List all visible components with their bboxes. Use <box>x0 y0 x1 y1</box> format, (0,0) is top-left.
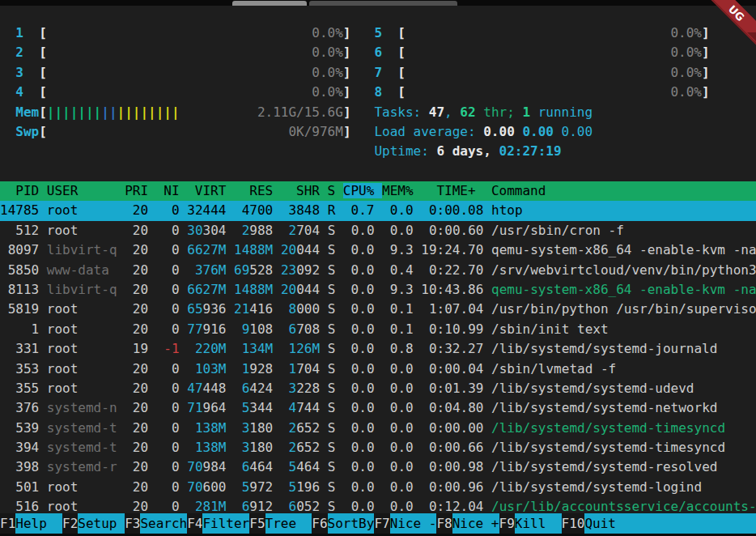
column-header-virt[interactable]: VIRT <box>187 183 234 198</box>
text-run: 62 <box>460 104 475 120</box>
text-run: Mem <box>15 104 39 120</box>
text-run: 0 <box>156 381 180 396</box>
text-run <box>414 440 422 455</box>
process-row-398[interactable]: 398 systemd-r 20 0 70984 6464 5464 S 0.0… <box>0 457 756 477</box>
column-header-shr[interactable]: SHR <box>281 183 328 198</box>
text-run: 4 <box>15 84 39 100</box>
process-row-394[interactable]: 394 systemd-t 20 0 138M 3180 2652 S 0.0 … <box>0 438 756 457</box>
text-run <box>414 321 422 337</box>
fnkey-f8-nice-[interactable]: F8Nice + <box>436 513 499 534</box>
text-run <box>148 262 156 278</box>
fnkey-f1-help[interactable]: F1Help <box>0 513 62 534</box>
fnkey-key-label: F8 <box>436 513 452 534</box>
text-run <box>117 262 125 278</box>
fnkey-f4-filter[interactable]: F4Filter <box>187 513 249 534</box>
text-run: 0.0 <box>343 499 375 514</box>
text-run: 5819 <box>0 301 39 317</box>
text-run <box>148 420 156 436</box>
fnkey-f3-search[interactable]: F3Search <box>125 513 187 534</box>
process-row-1[interactable]: 1 root 20 0 77916 9108 6708 S 0.0 0.1 0:… <box>0 320 756 339</box>
text-run: 6 <box>242 499 250 514</box>
text-run <box>148 202 156 218</box>
process-row-539[interactable]: 539 systemd-t 20 0 138M 3180 2652 S 0.0 … <box>0 419 756 438</box>
tab-remnant-inactive[interactable] <box>309 1 457 6</box>
column-header-time[interactable]: TIME+ <box>421 183 483 198</box>
text-run: 936 <box>203 301 227 317</box>
text-run <box>335 440 343 455</box>
function-key-bar: F1Help F2Setup F3SearchF4FilterF5Tree F6… <box>0 513 756 534</box>
column-header-pid[interactable]: PID <box>0 183 47 198</box>
process-row-8097[interactable]: 8097 libvirt-q 20 0 6627M 1488M 20044 S … <box>0 240 756 260</box>
process-row-501[interactable]: 501 root 20 0 70600 5972 5196 S 0.0 0.0 … <box>0 478 756 497</box>
text-run <box>375 499 383 514</box>
text-run: 0.0 <box>382 400 414 415</box>
text-run: 3 <box>242 420 250 436</box>
fnkey-f7-nice-[interactable]: F7Nice - <box>374 513 436 534</box>
text-run <box>180 262 188 278</box>
text-run <box>187 499 195 514</box>
text-run: 353 <box>0 361 39 376</box>
process-row-8113[interactable]: 8113 libvirt-q 20 0 6627M 1488M 20044 S … <box>0 280 756 300</box>
text-run <box>375 321 383 337</box>
process-row-5850[interactable]: 5850 www-data 20 0 376M 69528 23092 S 0.… <box>0 261 756 280</box>
text-run: 32444 <box>187 202 226 218</box>
process-row-5819[interactable]: 5819 root 20 0 65936 21416 8000 S 0.0 0.… <box>0 300 756 319</box>
text-run <box>406 84 671 100</box>
tab-remnant-active[interactable] <box>232 1 307 6</box>
column-header-user[interactable]: USER <box>47 183 125 198</box>
text-run: 0.0 <box>382 202 414 218</box>
text-run: 0.0% <box>670 25 702 40</box>
text-run <box>273 202 281 218</box>
column-header-ni[interactable]: NI <box>156 183 188 198</box>
text-run: 5 <box>289 479 297 495</box>
text-run <box>335 341 343 356</box>
text-run <box>117 282 125 297</box>
text-run: qemu-system-x86_64 -enable-kvm -na <box>491 242 756 257</box>
text-run: S <box>328 420 336 436</box>
text-run: 0.0 <box>382 499 414 514</box>
column-header-mem[interactable]: MEM% <box>382 183 421 198</box>
text-run: [ <box>397 25 406 40</box>
text-run: 0.0 <box>343 400 375 415</box>
fnkey-f5-tree[interactable]: F5Tree <box>249 513 312 534</box>
text-run: R <box>328 202 336 218</box>
process-row-512[interactable]: 512 root 20 0 30304 2988 2704 S 0.0 0.0 … <box>0 221 756 240</box>
text-run <box>320 223 328 238</box>
text-run <box>414 361 422 376</box>
text-run: || <box>101 104 117 120</box>
fnkey-f10-quit[interactable]: F10Quit <box>562 513 756 534</box>
text-run <box>281 420 289 436</box>
fnkey-f9-kill[interactable]: F9Kill <box>499 513 562 534</box>
text-run <box>180 321 188 337</box>
text-run <box>117 400 125 415</box>
text-run <box>39 301 47 317</box>
column-header-command[interactable]: Command <box>483 183 546 198</box>
text-run <box>39 262 47 278</box>
column-header-state[interactable]: S <box>328 183 343 198</box>
text-run <box>273 459 281 474</box>
process-row-376[interactable]: 376 systemd-n 20 0 71964 5344 4744 S 0.0… <box>0 398 756 418</box>
text-run: 6 <box>289 321 297 337</box>
column-header-res[interactable]: RES <box>234 183 281 198</box>
process-row-331[interactable]: 331 root 19 -1 220M 134M 126M S 0.0 0.8 … <box>0 339 756 359</box>
text-run: S <box>328 499 336 514</box>
text-run: /usr/sbin/cron -f <box>491 223 624 238</box>
text-run: 0.1 <box>382 301 414 317</box>
process-row-355[interactable]: 355 root 20 0 47448 6424 3228 S 0.0 0.0 … <box>0 379 756 398</box>
text-run <box>39 282 47 297</box>
column-header-cpu[interactable]: CPU% <box>343 183 382 198</box>
text-run: [ <box>39 25 47 40</box>
fnkey-f2-setup[interactable]: F2Setup <box>62 513 125 534</box>
text-run <box>273 381 281 396</box>
text-run: 0 <box>156 282 180 297</box>
column-header-pri[interactable]: PRI <box>125 183 156 198</box>
text-run: 6627M <box>187 242 226 257</box>
text-run <box>234 202 242 218</box>
text-run: 10:43.86 <box>421 282 483 297</box>
process-row-353[interactable]: 353 root 20 0 103M 1928 1704 S 0.0 0.0 0… <box>0 359 756 379</box>
text-run: ||||||| <box>47 104 101 120</box>
text-run <box>180 499 188 514</box>
fnkey-f6-sortby[interactable]: F6SortBy <box>312 513 374 534</box>
process-row-14785[interactable]: 14785 root 20 0 32444 4700 3848 R 0.7 0.… <box>0 201 756 220</box>
text-run: root <box>47 499 117 514</box>
